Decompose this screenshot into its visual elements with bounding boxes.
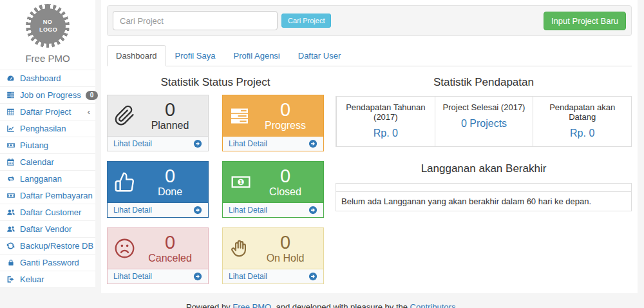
logo-text: NO LOGO (39, 18, 56, 34)
sidebar-item-icon (6, 191, 15, 200)
arrow-circle-right-icon (308, 206, 317, 215)
status-count: 0 (138, 166, 202, 186)
sidebar-item-label: Piutang (20, 140, 48, 150)
sidebar-item-label: Langganan (20, 174, 62, 184)
arrow-circle-right-icon (193, 139, 202, 148)
stat-value-link[interactable]: 0 Projects (461, 118, 507, 130)
status-card-body: 0 Progress (223, 95, 323, 136)
arrow-circle-right-icon (308, 139, 317, 148)
contributors-link[interactable]: Contributors (410, 302, 456, 308)
sidebar-item-icon (6, 208, 15, 217)
lihat-detail-label: Lihat Detail (229, 272, 267, 281)
sidebar-item-label: Daftar Project (20, 107, 71, 117)
sidebar-item-icon (6, 74, 15, 82)
sidebar-item[interactable]: Keluar (0, 271, 95, 288)
tab[interactable]: Dashboard (107, 45, 166, 66)
stat-label: Pendapatan Tahunan (2017) (341, 102, 431, 122)
status-count: 0 (254, 233, 317, 252)
sidebar-item-icon (6, 225, 15, 233)
sidebar: NO LOGO Free PMO Dashboard Job on Progre… (0, 0, 95, 288)
status-count: 0 (254, 100, 317, 119)
lihat-detail-link[interactable]: Lihat Detail (223, 202, 323, 217)
status-card-body: 0 On Hold (223, 228, 323, 269)
sidebar-item[interactable]: Penghasilan (0, 120, 95, 137)
page-footer: Powered by Free PMO, and developed with … (0, 293, 644, 308)
main-content: Cari Project Input Project Baru Dashboar… (101, 0, 638, 293)
footer-text: . (455, 302, 458, 308)
sidebar-item-label: Calendar (20, 157, 54, 167)
search-button[interactable]: Cari Project (281, 14, 331, 28)
sidebar-item[interactable]: Daftar Customer (0, 204, 95, 221)
stat-value-link[interactable]: Rp. 0 (570, 128, 594, 139)
sidebar-item[interactable]: Backup/Restore DB (0, 238, 95, 255)
sidebar-item[interactable]: Dashboard (0, 70, 95, 87)
status-count: 0 (254, 166, 317, 186)
status-card-icon (114, 105, 138, 126)
dashboard-content: Statistik Status Project 0 Planned (107, 66, 632, 284)
status-card-icon: 1 (229, 172, 254, 192)
status-label: On Hold (254, 253, 317, 264)
income-column: Statistik Pendapatan Pendapatan Tahunan … (336, 68, 632, 284)
income-stats-row: Pendapatan Tahunan (2017) Rp. 0 Project … (336, 96, 632, 147)
lihat-detail-label: Lihat Detail (113, 206, 152, 215)
status-card-icon (114, 171, 138, 193)
status-card-icon (229, 106, 254, 126)
lihat-detail-link[interactable]: Lihat Detail (108, 202, 208, 217)
sidebar-item-icon (6, 124, 15, 133)
sidebar-item-icon (6, 242, 15, 250)
table-row: Belum ada Langganan yang akan berakhir d… (336, 192, 632, 211)
sidebar-item[interactable]: Daftar Vendor (0, 221, 95, 238)
tab[interactable]: Profil Agensi (224, 45, 289, 66)
free-pmo-link[interactable]: Free PMO (232, 302, 271, 308)
chevron-left-icon: ‹ (88, 108, 90, 116)
lihat-detail-link[interactable]: Lihat Detail (108, 269, 208, 284)
search-input[interactable] (113, 11, 278, 30)
sidebar-item-label: Daftar Vendor (20, 224, 71, 234)
column-header (463, 184, 507, 192)
lihat-detail-link[interactable]: Lihat Detail (223, 269, 323, 284)
column-header (564, 184, 632, 192)
tab[interactable]: Daftar User (289, 45, 350, 66)
status-card-grid: 0 Planned Lihat Detail (107, 95, 324, 284)
sidebar-item-icon (6, 141, 15, 149)
status-count: 0 (138, 233, 202, 252)
lihat-detail-label: Lihat Detail (113, 272, 152, 281)
search-bar: Cari Project Input Project Baru (107, 5, 632, 36)
sidebar-item[interactable]: Piutang (0, 137, 95, 154)
logo-area: NO LOGO Free PMO (0, 0, 95, 70)
sidebar-item[interactable]: Job on Progress 0 (0, 87, 95, 104)
arrow-circle-right-icon (308, 272, 317, 281)
sidebar-item[interactable]: Langganan (0, 171, 95, 188)
sidebar-item-icon (6, 175, 15, 183)
sidebar-item[interactable]: Daftar Pembayaran (0, 188, 95, 204)
sidebar-item[interactable]: Daftar Project ‹ (0, 104, 95, 120)
sidebar-item-label: Backup/Restore DB (20, 241, 93, 251)
status-card: 1 0 Closed Lihat Detail (222, 161, 324, 218)
lihat-detail-label: Lihat Detail (113, 139, 152, 148)
sidebar-item[interactable]: Ganti Password (0, 255, 95, 271)
sidebar-item-label: Penghasilan (20, 124, 66, 133)
column-header (336, 184, 463, 192)
empty-message: Belum ada Langganan yang akan berakhir d… (336, 192, 632, 211)
stat-value-link[interactable]: Rp. 0 (374, 128, 398, 139)
sidebar-item-label: Ganti Password (20, 258, 79, 267)
status-card-body: 0 Done (108, 162, 208, 202)
status-card-body: 0 Canceled (108, 228, 208, 269)
subscription-table-header (336, 184, 632, 192)
stat-cell: Pendapatan akan Datang Rp. 0 (533, 97, 631, 146)
status-card-icon (229, 238, 254, 259)
sidebar-item-label: Job on Progress (20, 90, 81, 100)
subscription-table: Belum ada Langganan yang akan berakhir d… (336, 183, 632, 211)
count-badge: 0 (86, 91, 99, 100)
new-project-button[interactable]: Input Project Baru (544, 12, 626, 30)
arrow-circle-right-icon (193, 206, 202, 215)
lihat-detail-link[interactable]: Lihat Detail (223, 136, 323, 151)
tab[interactable]: Profil Saya (166, 45, 225, 66)
stat-cell: Pendapatan Tahunan (2017) Rp. 0 (336, 97, 435, 146)
status-card: 0 On Hold Lihat Detail (222, 227, 324, 284)
lihat-detail-label: Lihat Detail (229, 206, 267, 215)
sidebar-item[interactable]: Calendar (0, 154, 95, 171)
sidebar-item-icon (6, 275, 15, 284)
stat-label: Pendapatan akan Datang (537, 102, 627, 122)
lihat-detail-link[interactable]: Lihat Detail (108, 136, 208, 151)
